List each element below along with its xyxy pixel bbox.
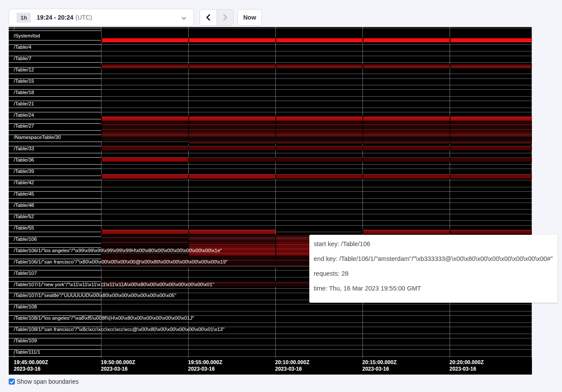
span-boundary-line [9,40,101,41]
axis-time-label: 20:15:00.000Z [362,359,397,365]
span-boundary-line [9,356,101,357]
heat-band [101,230,275,234]
span-boundary-line [9,28,101,28]
row-label: /Table/15 [14,78,34,84]
span-boundary-line [101,85,532,85]
span-boundary-line [9,51,101,51]
previous-interval-button[interactable] [200,10,217,25]
axis-date-label: 2023-03-16 [14,366,41,372]
axis-date-label: 2023-03-16 [362,366,389,372]
span-boundary-line [9,142,101,142]
row-label: /Table/109 [14,338,37,344]
duration-badge: 1h [17,13,31,23]
span-boundary-line [9,288,101,289]
span-boundary-line [101,356,532,357]
grid-column-line [362,27,363,358]
span-boundary-line [9,119,101,119]
span-boundary-line [101,191,532,192]
tooltip-time: time: Thu, 16 Mar 2023 19:55:00 GMT [314,281,553,296]
span-boundary-line [9,209,101,210]
span-boundary-line [101,169,532,169]
row-label: /Table/45 [14,191,34,197]
row-label: /Table/108/1/"san francisco"/"\x8c\xcc\x… [14,326,225,332]
time-nav-group [200,9,234,26]
time-range-text: 19:24 - 20:24 [37,14,73,21]
next-interval-button[interactable] [217,10,233,25]
span-boundary-line [101,345,532,345]
toolbar: 1h 19:24 - 20:24 (UTC) Now [0,0,562,27]
heat-band [101,174,275,179]
span-boundary-line [101,153,532,153]
span-boundary-line [101,74,532,74]
span-boundary-line [101,62,532,63]
span-boundary-line [9,176,101,176]
span-boundary-line [101,101,532,101]
keyviz-canvas[interactable]: /System/tsd/Table/4/Table/7/Table/12/Tab… [9,27,532,375]
checkbox-checked-icon[interactable] [9,378,15,385]
span-boundary-line [101,96,532,97]
span-boundary-line [101,311,532,311]
row-label: /System/tsd [14,33,40,39]
heat-band [101,157,188,162]
tooltip-start-key: start key: /Table/106 [314,237,553,251]
span-boundary-line [101,214,532,214]
row-label: /Table/108/1/"los angeles"/"\xa8\xf5\u00… [14,315,194,321]
axis-date-label: 2023-03-16 [450,366,476,372]
heat-band [101,38,532,42]
span-boundary-line [9,220,101,221]
row-label: /Table/7 [14,55,31,61]
heat-band [188,235,275,242]
row-label: /Table/106/1/"san francisco"/"\x80\x00\x… [14,259,228,265]
grid-column-line [532,27,532,358]
row-label: /Table/33 [14,145,34,152]
axis-time-label: 19:45:00.000Z [14,359,48,365]
now-button[interactable]: Now [237,9,262,26]
span-boundary-line [101,56,532,56]
span-boundary-line [9,334,101,334]
grid-column-line [450,27,450,358]
axis-date-label: 2023-03-16 [101,366,128,372]
chevron-down-icon [181,17,186,20]
row-label: /Table/39 [14,168,34,174]
tooltip-end-key: end key: /Table/106/1/"amsterdam"/"\xb33… [314,251,553,266]
span-boundary-line [9,311,101,311]
span-boundary-line [9,30,101,31]
row-label: /Table/107/1/"new york"/"\x11\x11\x11\x1… [14,281,214,287]
span-boundary-line [101,349,532,350]
span-boundary-line [101,44,532,45]
show-span-boundaries-checkbox[interactable]: Show span boundaries [9,378,78,385]
span-boundary-line [9,96,101,97]
span-boundary-line [101,220,532,221]
span-boundary-line [9,232,101,232]
span-boundary-line [9,345,101,345]
axis-time-label: 19:55:00.000Z [188,359,223,365]
span-boundary-line [101,187,532,187]
span-boundary-line [101,209,532,210]
span-boundary-line [101,78,532,79]
span-boundary-line [101,338,532,338]
span-boundary-line [9,164,101,165]
heat-band [101,64,532,68]
heat-band [188,242,275,246]
time-range-select[interactable]: 1h 19:24 - 20:24 (UTC) [9,9,194,26]
row-label: /Table/27 [14,123,34,129]
row-label: /Table/4 [14,44,31,50]
row-label: /Table/55 [14,225,34,231]
span-boundary-line [9,153,101,153]
span-boundary-line [9,198,101,199]
checkbox-label: Show span boundaries [17,378,78,385]
row-label: /Table/18 [14,89,34,95]
span-boundary-line [9,243,101,243]
span-boundary-line [9,300,101,300]
row-label: /Table/48 [14,202,34,208]
span-boundary-line [9,277,101,277]
timezone-text: (UTC) [75,14,92,21]
row-label: /NamespaceTable/30 [14,134,61,140]
axis-date-label: 2023-03-16 [275,366,302,372]
span-boundary-line [101,28,532,28]
axis-date-label: 2023-03-16 [188,366,215,372]
span-boundary-line [9,130,101,131]
axis-time-label: 19:50:00.000Z [101,359,135,365]
heat-band [450,174,532,179]
grid-column-line [188,27,189,358]
